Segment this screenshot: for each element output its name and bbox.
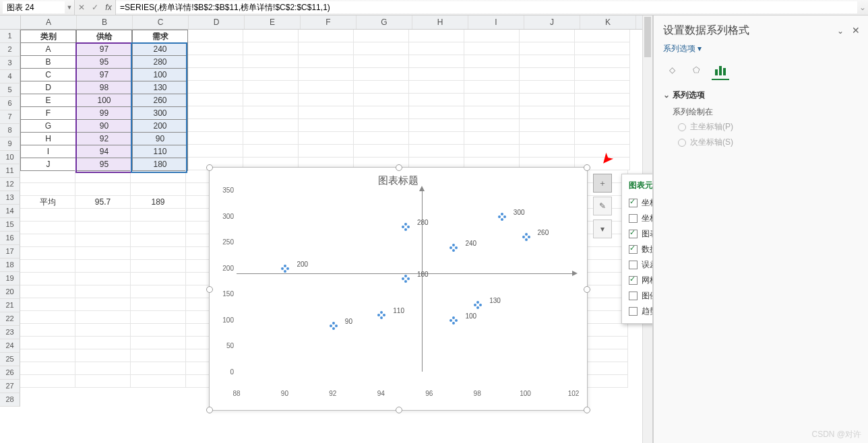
row-header[interactable]: 26	[0, 366, 20, 380]
col-header[interactable]: C	[133, 15, 189, 29]
checkbox-icon[interactable]	[629, 292, 638, 300]
resize-handle[interactable]	[206, 286, 213, 293]
cell[interactable]: 95	[76, 55, 132, 69]
cell[interactable]	[520, 106, 575, 119]
cell[interactable]: C	[20, 68, 76, 81]
cancel-formula-icon[interactable]: ✕	[75, 3, 88, 12]
effects-tab-icon[interactable]: ⬠	[687, 61, 705, 79]
cell[interactable]	[299, 106, 354, 119]
row-header[interactable]: 1	[0, 30, 20, 43]
cell[interactable]	[75, 298, 131, 311]
checkbox-icon[interactable]	[629, 307, 638, 316]
cell[interactable]: A	[20, 42, 76, 56]
cell[interactable]	[520, 68, 575, 81]
row-header[interactable]: 10	[0, 151, 20, 164]
cell[interactable]	[409, 132, 464, 145]
col-header[interactable]: J	[524, 15, 580, 29]
data-label[interactable]: 240	[465, 239, 476, 246]
cell[interactable]	[188, 106, 243, 119]
cell[interactable]	[354, 42, 409, 55]
cell[interactable]	[131, 247, 186, 260]
cell[interactable]	[464, 55, 520, 68]
col-header[interactable]: G	[356, 15, 412, 29]
cell[interactable]	[75, 170, 131, 183]
cell[interactable]: 200	[132, 119, 188, 133]
cell[interactable]	[75, 324, 131, 337]
cell[interactable]	[188, 68, 243, 81]
cell[interactable]	[75, 311, 131, 324]
cell[interactable]	[464, 68, 520, 81]
cell[interactable]	[75, 234, 131, 247]
data-label[interactable]: 200	[297, 260, 308, 267]
cell[interactable]	[409, 119, 464, 132]
data-point[interactable]	[450, 316, 456, 323]
cell[interactable]	[409, 81, 464, 94]
cell[interactable]: 240	[132, 42, 188, 56]
cell[interactable]	[131, 209, 186, 222]
col-header[interactable]: K	[580, 15, 636, 29]
cell[interactable]	[20, 298, 75, 311]
data-label[interactable]: 130	[489, 296, 501, 304]
cell[interactable]: J	[20, 158, 76, 171]
cell[interactable]: 97	[76, 68, 132, 81]
cell[interactable]	[75, 375, 131, 388]
chart-styles-button[interactable]: ✎	[593, 197, 612, 215]
data-label[interactable]: 110	[393, 307, 404, 314]
data-label[interactable]: 180	[417, 271, 429, 278]
data-point[interactable]	[402, 223, 408, 230]
cell[interactable]	[575, 81, 630, 94]
section-header[interactable]: ⌄系列选项	[663, 90, 859, 101]
primary-axis-radio[interactable]: 主坐标轴(P)	[663, 119, 859, 135]
close-pane-icon[interactable]: ✕	[852, 25, 860, 36]
row-header[interactable]: 23	[0, 326, 20, 339]
cell[interactable]: 92	[76, 132, 132, 145]
chart-element-option[interactable]: 坐标轴标题	[625, 211, 653, 226]
row-header[interactable]: 7	[0, 110, 20, 124]
cell[interactable]	[75, 362, 131, 375]
cell[interactable]	[299, 94, 354, 106]
cell[interactable]: 180	[132, 158, 188, 171]
cell[interactable]	[75, 273, 131, 285]
cell[interactable]: 300	[132, 106, 188, 120]
cell[interactable]	[575, 30, 630, 42]
cell[interactable]	[464, 106, 520, 119]
cell[interactable]: E	[20, 94, 76, 107]
cell[interactable]: 99	[76, 106, 132, 120]
col-header[interactable]: A	[21, 15, 77, 29]
checkbox-icon[interactable]	[629, 276, 638, 285]
spreadsheet-grid[interactable]: A B C D E F G H I J K 123456789101112131…	[0, 15, 653, 443]
cell[interactable]	[354, 119, 409, 132]
row-header[interactable]: 5	[0, 83, 20, 97]
checkbox-icon[interactable]	[629, 214, 638, 223]
cell[interactable]	[575, 132, 630, 145]
cell[interactable]	[75, 337, 131, 349]
cell[interactable]: 97	[76, 42, 132, 56]
col-header[interactable]: B	[77, 15, 133, 29]
cell[interactable]	[409, 94, 464, 106]
cell[interactable]	[20, 183, 75, 196]
cell[interactable]	[520, 55, 575, 68]
cell[interactable]	[464, 42, 520, 55]
resize-handle[interactable]	[206, 164, 213, 171]
cell[interactable]: 260	[132, 94, 188, 107]
cell[interactable]	[20, 337, 75, 349]
cell[interactable]: 类别	[20, 30, 76, 43]
cell[interactable]	[20, 349, 75, 362]
cell[interactable]: 供给	[76, 30, 132, 43]
cell[interactable]	[20, 170, 75, 183]
cell[interactable]	[75, 183, 131, 196]
col-header[interactable]: I	[468, 15, 524, 29]
cell[interactable]	[20, 311, 75, 324]
cell[interactable]	[299, 55, 354, 68]
cell[interactable]	[520, 30, 575, 42]
embedded-chart[interactable]: 图表标题 05010015020025030035088909294969810…	[209, 167, 588, 411]
col-header[interactable]: D	[189, 15, 245, 29]
cell[interactable]: G	[20, 119, 76, 133]
cell[interactable]: B	[20, 55, 76, 69]
cell[interactable]: 94	[76, 145, 132, 158]
cell[interactable]	[131, 285, 186, 298]
data-label[interactable]: 280	[417, 219, 429, 226]
collapse-pane-icon[interactable]: ⌄	[837, 26, 844, 36]
data-point[interactable]	[522, 233, 529, 240]
cell[interactable]	[131, 298, 186, 311]
